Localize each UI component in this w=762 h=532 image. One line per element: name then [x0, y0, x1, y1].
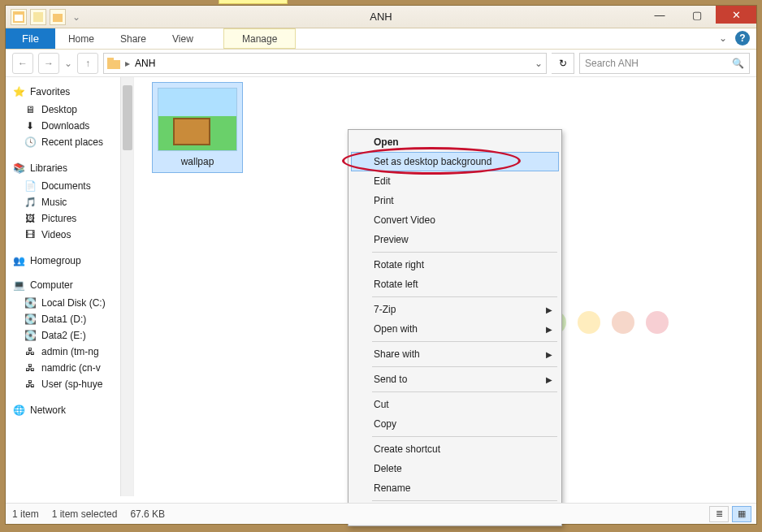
file-thumbnail[interactable]: wallpap: [152, 82, 243, 173]
view-details-button[interactable]: ≣: [709, 506, 729, 522]
svg-rect-3: [53, 14, 63, 22]
tree-favorites[interactable]: ⭐Favorites: [12, 85, 133, 98]
status-size: 67.6 KB: [130, 508, 165, 520]
tab-home[interactable]: Home: [55, 28, 107, 49]
forward-button[interactable]: →: [38, 53, 59, 74]
navigation-bar: ← → ⌄ ↑ ▸ ANH ⌄ ↻ Search ANH 🔍: [6, 50, 756, 77]
ctx-set-desktop-background[interactable]: Set as desktop background: [351, 152, 559, 171]
ctx-print[interactable]: Print: [351, 191, 559, 210]
tree-item-documents[interactable]: 📄Documents: [12, 178, 133, 194]
tree-computer[interactable]: 💻Computer: [12, 279, 133, 292]
tree-network[interactable]: 🌐Network: [12, 404, 133, 417]
network-drive-icon: 🖧: [24, 361, 37, 374]
tree-item-recent[interactable]: 🕓Recent places: [12, 134, 133, 150]
libraries-icon: 📚: [12, 162, 25, 175]
ctx-send-to[interactable]: Send to▶: [351, 370, 559, 389]
tree-item-net-namdric[interactable]: 🖧namdric (cn-v: [12, 360, 133, 376]
maximize-button[interactable]: ▢: [678, 6, 716, 24]
tree-item-net-user[interactable]: 🖧User (sp-huye: [12, 376, 133, 392]
ctx-7zip[interactable]: 7-Zip▶: [351, 300, 559, 319]
tree-item-drive-d[interactable]: 💽Data1 (D:): [12, 311, 133, 327]
documents-icon: 📄: [24, 179, 37, 192]
view-thumbnails-button[interactable]: ▦: [732, 506, 751, 522]
window-title: ANH: [370, 11, 392, 23]
history-dropdown-icon[interactable]: ⌄: [64, 58, 72, 69]
tab-share[interactable]: Share: [107, 28, 159, 49]
homegroup-icon: 👥: [12, 254, 25, 267]
quick-access-toolbar: ⌄: [6, 9, 84, 25]
address-dropdown-icon[interactable]: ⌄: [535, 58, 543, 69]
tree-scrollbar[interactable]: [120, 77, 133, 496]
minimize-button[interactable]: —: [641, 6, 678, 24]
ctx-create-shortcut[interactable]: Create shortcut: [351, 439, 559, 459]
network-drive-icon: 🖧: [24, 345, 37, 358]
videos-icon: 🎞: [24, 228, 37, 241]
star-icon: ⭐: [12, 85, 25, 98]
drive-icon: 💽: [24, 296, 37, 309]
search-placeholder: Search ANH: [585, 58, 639, 69]
ctx-open[interactable]: Open: [351, 132, 559, 152]
drive-icon: 💽: [24, 329, 37, 342]
search-icon: 🔍: [732, 58, 744, 69]
ctx-delete[interactable]: Delete: [351, 459, 559, 478]
back-button[interactable]: ←: [12, 53, 33, 74]
pictures-icon: 🖼: [24, 212, 37, 225]
svg-rect-1: [15, 15, 23, 21]
status-item-count: 1 item: [12, 508, 39, 520]
tree-item-desktop[interactable]: 🖥Desktop: [12, 102, 133, 118]
context-menu: Open Set as desktop background Edit Prin…: [348, 129, 562, 526]
downloads-icon: ⬇: [24, 119, 37, 132]
tree-homegroup[interactable]: 👥Homegroup: [12, 254, 133, 267]
ctx-rotate-left[interactable]: Rotate left: [351, 275, 559, 294]
desktop-icon: 🖥: [24, 103, 37, 116]
tree-item-videos[interactable]: 🎞Videos: [12, 227, 133, 243]
ctx-open-with[interactable]: Open with▶: [351, 319, 559, 339]
content-pane[interactable]: wallpap Download.com.vn Open Set as desk…: [134, 77, 756, 496]
ctx-copy[interactable]: Copy: [351, 414, 559, 434]
address-bar[interactable]: ▸ ANH ⌄: [103, 53, 547, 74]
tree-item-music[interactable]: 🎵Music: [12, 194, 133, 210]
navigation-pane: ⭐Favorites 🖥Desktop ⬇Downloads 🕓Recent p…: [6, 77, 134, 496]
submenu-arrow-icon: ▶: [546, 375, 552, 384]
tab-view[interactable]: View: [159, 28, 206, 49]
qat-properties-icon[interactable]: [30, 9, 46, 25]
contextual-tab-label: Picture Tools: [219, 0, 288, 4]
ctx-cut[interactable]: Cut: [351, 395, 559, 414]
tree-item-net-admin[interactable]: 🖧admin (tm-ng: [12, 344, 133, 360]
qat-newfolder-icon[interactable]: [50, 9, 66, 25]
file-name: wallpap: [158, 156, 237, 167]
up-button[interactable]: ↑: [77, 53, 98, 74]
tab-manage[interactable]: Manage: [223, 28, 296, 49]
refresh-button[interactable]: ↻: [552, 53, 574, 74]
network-icon: 🌐: [12, 404, 25, 417]
close-button[interactable]: ✕: [716, 6, 756, 24]
ctx-share-with[interactable]: Share with▶: [351, 344, 559, 364]
computer-icon: 💻: [12, 279, 25, 292]
tree-item-pictures[interactable]: 🖼Pictures: [12, 210, 133, 227]
ctx-rename[interactable]: Rename: [351, 478, 559, 498]
address-separator-icon[interactable]: ▸: [125, 58, 130, 69]
recent-icon: 🕓: [24, 136, 37, 149]
tree-item-downloads[interactable]: ⬇Downloads: [12, 118, 133, 134]
tree-item-drive-e[interactable]: 💽Data2 (E:): [12, 327, 133, 344]
qat-dropdown-icon[interactable]: ⌄: [69, 11, 84, 23]
music-icon: 🎵: [24, 196, 37, 209]
ribbon-expand-icon[interactable]: ⌄: [719, 32, 727, 44]
address-folder[interactable]: ANH: [135, 58, 155, 69]
tab-file[interactable]: File: [6, 28, 55, 49]
app-icon[interactable]: [11, 9, 27, 25]
network-drive-icon: 🖧: [24, 378, 37, 391]
submenu-arrow-icon: ▶: [546, 305, 552, 314]
tree-libraries[interactable]: 📚Libraries: [12, 162, 133, 175]
search-input[interactable]: Search ANH 🔍: [579, 53, 750, 74]
ctx-preview[interactable]: Preview: [351, 230, 559, 249]
tree-item-drive-c[interactable]: 💽Local Disk (C:): [12, 295, 133, 311]
svg-rect-4: [107, 60, 120, 69]
status-bar: 1 item 1 item selected 67.6 KB ≣ ▦: [6, 503, 756, 524]
help-icon[interactable]: ?: [735, 31, 750, 45]
ctx-convert-video[interactable]: Convert Video: [351, 210, 559, 230]
svg-rect-2: [33, 12, 43, 22]
ctx-rotate-right[interactable]: Rotate right: [351, 255, 559, 275]
ctx-edit[interactable]: Edit: [351, 171, 559, 191]
explorer-window: ⌄ Picture Tools ANH — ▢ ✕ File Home Shar…: [5, 5, 757, 525]
